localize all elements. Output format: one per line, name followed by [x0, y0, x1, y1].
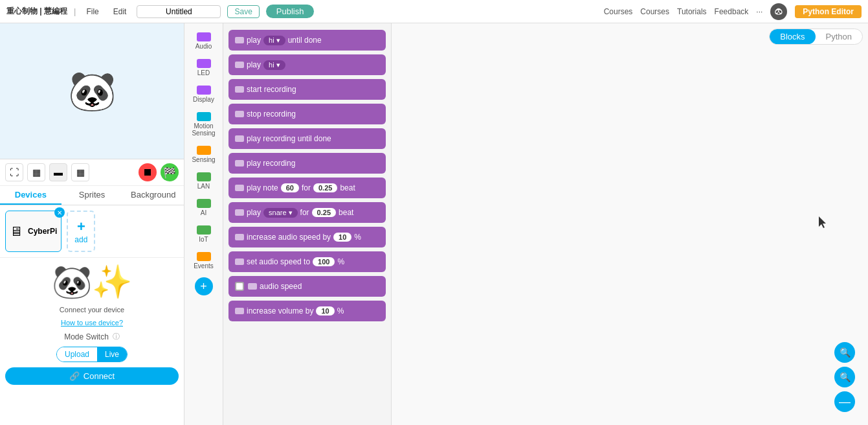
- cat-display[interactable]: Display: [186, 82, 221, 107]
- add-device-card[interactable]: + add: [67, 211, 95, 252]
- expand-icon[interactable]: ⛶: [5, 163, 23, 181]
- block-icon: [235, 234, 244, 240]
- cat-motion[interactable]: Motion Sensing: [186, 108, 221, 141]
- connect-link-icon: 🔗: [69, 371, 80, 381]
- mode-switch-help-icon: ⓘ: [113, 332, 120, 341]
- tab-devices[interactable]: Devices: [0, 186, 61, 205]
- cat-iot[interactable]: IoT: [186, 222, 221, 247]
- blocks-view-option[interactable]: Blocks: [770, 29, 815, 44]
- block-text: start recording: [247, 85, 296, 94]
- block-text: play recording until done: [247, 134, 331, 143]
- cat-lan-label: LAN: [197, 183, 210, 190]
- cat-sensing-label: Sensing: [192, 156, 215, 163]
- python-view-option[interactable]: Python: [816, 29, 862, 44]
- cat-events-icon: [197, 252, 211, 261]
- top-bar-right: Courses Courses Tutorials Feedback ··· 🐼…: [604, 3, 862, 20]
- zoom-reset-button[interactable]: —: [834, 391, 855, 412]
- block-set-audio-speed[interactable]: set audio speed to 100 %: [228, 251, 386, 272]
- set-speed-value[interactable]: 100: [313, 257, 335, 266]
- block-play-note[interactable]: play note 60 for 0.25 beat: [228, 178, 386, 198]
- tutorials-link[interactable]: Tutorials: [677, 7, 707, 16]
- left-panel: 🐼 ⛶ ▦ ▬ ▦ ⏹ 🏁 Devices Sprites Background…: [0, 23, 184, 425]
- zoom-controls: 🔍 🔍 —: [834, 342, 855, 412]
- cat-sensing[interactable]: Sensing: [186, 142, 221, 167]
- cat-led[interactable]: LED: [186, 55, 221, 80]
- avatar[interactable]: 🐼: [770, 3, 787, 20]
- connect-button[interactable]: 🔗 Connect: [5, 367, 179, 385]
- tab-background[interactable]: Background: [122, 186, 184, 205]
- audio-speed-checkbox[interactable]: [235, 282, 244, 291]
- block-play-recording-until[interactable]: play recording until done: [228, 128, 386, 149]
- publish-button[interactable]: Publish: [266, 5, 315, 18]
- stage-controls: ⛶ ▦ ▬ ▦ ⏹ 🏁: [0, 159, 184, 186]
- cat-ai-icon: [197, 199, 211, 208]
- cat-events[interactable]: Events: [186, 248, 221, 273]
- block-icon: [235, 185, 244, 191]
- save-button[interactable]: Save: [227, 5, 259, 18]
- zoom-in-button[interactable]: 🔍: [834, 342, 855, 363]
- add-category-button[interactable]: +: [195, 277, 213, 295]
- volume-value[interactable]: 10: [316, 306, 334, 316]
- block-categories-panel: Audio LED Display Motion Sensing Sensing…: [184, 23, 223, 425]
- block-audio-speed[interactable]: audio speed: [228, 276, 386, 297]
- block-icon: [248, 283, 257, 290]
- block-icon: [235, 111, 244, 117]
- cat-audio-icon: [197, 32, 211, 41]
- split-view-icon[interactable]: ▬: [49, 163, 67, 181]
- snare-dropdown[interactable]: snare ▾: [263, 208, 298, 218]
- more-icon[interactable]: ···: [756, 7, 762, 16]
- block-dropdown-hi[interactable]: hi ▾: [263, 36, 285, 45]
- feedback-link[interactable]: Feedback: [715, 7, 749, 16]
- edit-menu[interactable]: Edit: [109, 6, 131, 17]
- audio-speed-value[interactable]: 10: [333, 233, 351, 242]
- device-connect-section: 🐼✨ Connect your device How to use device…: [0, 257, 184, 390]
- block-start-recording[interactable]: start recording: [228, 79, 386, 100]
- block-icon: [235, 135, 244, 142]
- block-icon: [235, 160, 244, 167]
- cursor: [819, 216, 825, 223]
- block-increase-volume[interactable]: increase volume by 10 %: [228, 301, 386, 321]
- project-title-input[interactable]: [137, 5, 221, 18]
- tab-sprites[interactable]: Sprites: [61, 186, 123, 205]
- cat-lan[interactable]: LAN: [186, 168, 221, 194]
- workspace[interactable]: Blocks Python 🔍 🔍 —: [392, 23, 868, 425]
- device-close-icon[interactable]: ✕: [54, 207, 65, 218]
- cat-audio[interactable]: Audio: [186, 29, 221, 54]
- block-icon: [235, 62, 244, 68]
- block-play-hi[interactable]: play hi ▾: [228, 54, 386, 75]
- zoom-out-button[interactable]: 🔍: [834, 367, 855, 387]
- list-view-icon[interactable]: ▦: [71, 163, 89, 181]
- sep: |: [74, 6, 76, 16]
- cat-motion-icon: [197, 112, 211, 121]
- block-icon: [235, 209, 244, 216]
- cat-ai[interactable]: AI: [186, 195, 221, 220]
- block-stop-recording[interactable]: stop recording: [228, 104, 386, 124]
- block-play-hi-until[interactable]: play hi ▾ until done: [228, 30, 386, 51]
- block-text: play: [247, 60, 261, 69]
- flag-button[interactable]: 🏁: [161, 163, 179, 181]
- connect-hint: Connect your device: [60, 306, 124, 314]
- note-value[interactable]: 60: [281, 183, 299, 192]
- block-play-recording[interactable]: play recording: [228, 153, 386, 174]
- upload-option[interactable]: Upload: [57, 347, 97, 362]
- stop-button[interactable]: ⏹: [139, 163, 157, 181]
- block-play-snare[interactable]: play snare ▾ for 0.25 beat: [228, 202, 386, 223]
- device-card-cyberpi[interactable]: ✕ 🖥 CyberPi: [5, 211, 61, 252]
- courses-link[interactable]: Courses: [604, 7, 633, 16]
- connect-label: Connect: [83, 371, 115, 381]
- live-option[interactable]: Live: [97, 347, 127, 362]
- grid-view-icon[interactable]: ▦: [27, 163, 45, 181]
- file-menu[interactable]: File: [82, 6, 102, 17]
- snare-beat-value[interactable]: 0.25: [312, 208, 336, 217]
- left-content-area: ✕ 🖥 CyberPi + add 🐼✨ Connect your device…: [0, 205, 184, 425]
- courses-text[interactable]: Courses: [640, 7, 669, 16]
- how-to-link[interactable]: How to use device?: [61, 319, 123, 327]
- block-increase-audio-speed[interactable]: increase audio speed by 10 %: [228, 227, 386, 247]
- beat-value[interactable]: 0.25: [313, 183, 337, 192]
- block-text: play recording: [247, 159, 295, 168]
- cat-iot-icon: [197, 225, 211, 235]
- cat-led-label: LED: [197, 69, 210, 76]
- python-editor-button[interactable]: Python Editor: [795, 5, 862, 18]
- stage-area: 🐼: [0, 23, 184, 159]
- block-dropdown-hi2[interactable]: hi ▾: [263, 60, 285, 70]
